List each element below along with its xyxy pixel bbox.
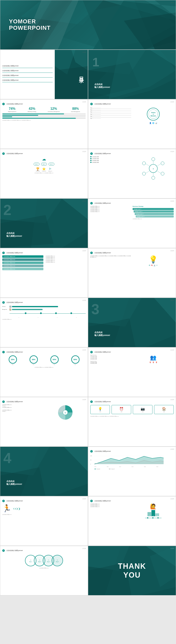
row-7: 新图网 4 点击此处输入插图yomoer Business 🏢 Manageme… bbox=[0, 298, 176, 347]
svg-point-29 bbox=[152, 158, 155, 161]
arrow-2: › bbox=[14, 506, 16, 511]
team-content: Digital Year Here点击此处输入插图点击此处输入插图点击此处输入插… bbox=[90, 354, 174, 364]
home2-icon: 🏠 bbox=[156, 407, 172, 411]
run-footer: 点击此处输入插图yomoer bbox=[2, 514, 86, 515]
icon-header: 点击此处输入插图yomoer bbox=[94, 401, 111, 402]
stats-slide: 新图网 1 点击此处输入插图yomoer 74% Digital Experie… bbox=[0, 99, 88, 149]
circle-2: 38% Item bbox=[29, 356, 38, 365]
circle-ring-1: 25% bbox=[9, 356, 17, 364]
vision-text-list: Topic — — — — — — — — Topic — — — — — — … bbox=[90, 107, 131, 119]
flag-icon: 🏳 bbox=[48, 167, 52, 170]
svg-line-36 bbox=[158, 164, 161, 166]
lc-2-icon: ○ bbox=[38, 559, 41, 561]
progress-right-col: → 点击此处输入插图yomoer → 点击此处输入插图yomoer → 点击此处… bbox=[45, 255, 86, 270]
title-line1: YOMOER bbox=[9, 18, 51, 25]
bulb-container: 💡 ⚙ 🧠 🔬 ⚛ bbox=[149, 255, 158, 266]
person-icon: 👤 bbox=[149, 122, 152, 124]
ideas-slide: 新图网 3 点击此处输入插图yomoer 点击此处输入插图yomoer点击此处输… bbox=[88, 248, 176, 298]
timeline-badge: 4 bbox=[2, 301, 5, 304]
timeline-bar-1: Business 🏢 bbox=[2, 305, 86, 308]
pie-visual: S bbox=[45, 404, 86, 421]
people-icon: 👥 bbox=[150, 354, 156, 360]
lc-3-content: ○ Step 3 bbox=[47, 559, 50, 562]
icon-box-4: 🏠 点击 bbox=[154, 405, 174, 414]
lc-3-label: Step 3 bbox=[47, 561, 50, 562]
winner-slide: 新图网 3 点击此处输入插图yomoer 点击此处输入插图yomoer点击此处输… bbox=[88, 496, 176, 546]
lc-4-content: ○ Step 4 bbox=[56, 559, 59, 562]
strategy-footer: 点击此处输入插图yomoer bbox=[133, 218, 174, 219]
stat-label-3: Consultancy Management bbox=[48, 111, 60, 112]
progress-text: → 点击此处输入插图yomoer → 点击此处输入插图yomoer → 点击此处… bbox=[45, 255, 86, 263]
hex-left: 点击此处输入插图 点击此处输入插图 点击此处输入插图 点击此处输入插图 bbox=[90, 156, 131, 181]
slide-header-4: 点击此处输入插图yomoer bbox=[94, 153, 111, 154]
layer-4: Strategy Layer 4 bbox=[136, 216, 174, 218]
circles-badge: 1 bbox=[2, 351, 5, 353]
linked-circles: ○ Step 1 ○ Step 2 ○ Step 3 ○ Step bbox=[2, 555, 86, 566]
cloud-group-3: 🏳 Category C bbox=[48, 167, 52, 172]
prog-label-2: 点击此处输入插图yomoer bbox=[2, 258, 43, 261]
winner-content: 点击此处输入插图yomoer点击此处输入插图yomoer点击此处输入插图yomo… bbox=[90, 504, 174, 519]
svg-text:2014: 2014 bbox=[144, 466, 146, 467]
run-slide: 新图网 2 点击此处输入插图yomoer 🏃 › › › › 点击此处输入插图y… bbox=[0, 496, 88, 546]
svg-text:2012: 2012 bbox=[119, 466, 121, 467]
strategy-layers: Strategy Layer 1 Strategy Layer 2 Strate… bbox=[133, 208, 174, 218]
lc-3-icon: ○ bbox=[47, 559, 50, 561]
tl-period-3: □ bbox=[48, 317, 66, 318]
svg-point-32 bbox=[152, 176, 155, 180]
cloud-label-2: Category B bbox=[42, 170, 46, 172]
team-text2: Simple Text Here点击此处输入插图点击此处输入插图 bbox=[90, 361, 131, 364]
row-10: 新图网 4 点击此处 输入插图yomoer 新图网 1 点击此处输入插图yomo… bbox=[0, 446, 176, 496]
ideas-badge: 3 bbox=[90, 252, 93, 254]
toc-chinese: 目录 bbox=[78, 73, 85, 76]
run-header: 点击此处输入插图yomoer bbox=[6, 500, 23, 502]
circles-header: 点击此处输入插图yomoer bbox=[6, 351, 23, 353]
stat-4: 88% Event Management bbox=[71, 107, 80, 112]
strategy-right: Business Strategy Strategy Layer 1 Strat… bbox=[133, 206, 174, 219]
slide-header-3: 点击此处输入插图yomoer bbox=[6, 153, 23, 154]
circle-label-3: Item bbox=[50, 364, 59, 365]
run-icon: 🏃 bbox=[2, 504, 11, 513]
svg-text:Vision: Vision bbox=[151, 112, 156, 113]
timeline-footer: 点击此处输入插图yomoer bbox=[2, 319, 86, 320]
circle-4: 59% Item bbox=[71, 356, 80, 365]
svg-line-39 bbox=[146, 171, 149, 173]
wt-dot-2 bbox=[152, 517, 154, 518]
circle-3: 50% Item bbox=[50, 356, 59, 365]
people-group: 👥 bbox=[150, 354, 156, 360]
circle-ring-3: 50% bbox=[50, 356, 59, 364]
thankyou-line2: YOU bbox=[118, 570, 146, 580]
section3-big-num: 3 bbox=[91, 302, 99, 316]
pie-content: 点击此处输入插图yomoer Strategy — 点击此处输入插图yomoer… bbox=[2, 404, 86, 421]
icon-boxes: 💡 点击 ⏰ 点击 📷 点击 🏠 点击 bbox=[90, 405, 174, 414]
svg-text:2011: 2011 bbox=[107, 466, 109, 467]
toc-item-2: 点击此处输入插图yomoer bbox=[2, 70, 53, 73]
pin-icon-3: 📍 bbox=[155, 362, 158, 364]
winner-timeline bbox=[145, 517, 162, 519]
linked-header: 点击此处输入插图yomoer bbox=[6, 550, 23, 551]
prog-label-5: 点击此处输入插图yomoer bbox=[2, 268, 43, 270]
toc-slide: 新图网 点击此处输入插图yomoer 点击此处输入插图yomoer 点击此处输入… bbox=[0, 50, 88, 99]
timeline-chart: Business 🏢 Management 🏠 bbox=[2, 305, 86, 318]
lightbulb-icon: 💡 bbox=[92, 407, 108, 411]
stats-row: 74% Digital Experience 43% Marketing Str… bbox=[2, 107, 86, 112]
hex-item-2: 点击此处输入插图 bbox=[90, 158, 131, 159]
hex-item-3: 点击此处输入插图 bbox=[90, 160, 131, 161]
cloud-item-2: Item 2 bbox=[41, 163, 47, 166]
hex-list: 点击此处输入插图 点击此处输入插图 点击此处输入插图 点击此处输入插图 bbox=[90, 156, 131, 163]
svg-text:100: 100 bbox=[90, 455, 92, 456]
vision-content: Topic — — — — — — — — Topic — — — — — — … bbox=[90, 107, 174, 124]
thankyou-content: THANK YOU bbox=[118, 562, 146, 580]
cloud-slide: 新图网 3 点击此处输入插图yomoer ☁ Item 1 Item 2 Ite… bbox=[0, 149, 88, 198]
circle-ring-4: 59% bbox=[71, 356, 80, 364]
icon-footer: 点击此处输入插图yomoer 点击此处输入插图yomoer 点击此处输入插图yo… bbox=[90, 416, 174, 417]
prog-label-1: 点击此处输入插图yomoer bbox=[2, 255, 43, 258]
hex-slide: 新图网 4 点击此处输入插图yomoer 点击此处输入插图 点击此处输入插图 bbox=[88, 149, 176, 198]
circle-1: 25% Item bbox=[9, 356, 17, 365]
team-header: 点击此处输入插图yomoer bbox=[94, 351, 111, 353]
strategy-content: 点击此处输入插图yomoer点击此处输入插图yomoer点击此处输入插图yomo… bbox=[90, 206, 174, 219]
svg-rect-72 bbox=[109, 469, 111, 469]
thankyou-line1: THANK bbox=[118, 562, 146, 570]
section1-text: 点击此处 bbox=[94, 83, 110, 86]
row-6: 新图网 2 点击此处输入插图yomoer 点击此处输入插图yomoer 点击此处… bbox=[0, 248, 176, 298]
stat-num-1: 74% bbox=[8, 107, 16, 110]
